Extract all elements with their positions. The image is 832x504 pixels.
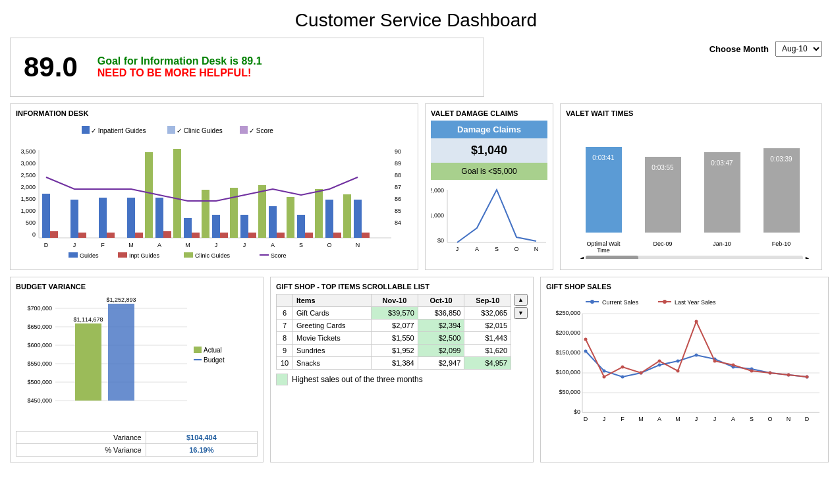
damage-header: Damage Claims bbox=[431, 121, 547, 138]
svg-text:$1,114,678: $1,114,678 bbox=[73, 316, 103, 323]
svg-text:N: N bbox=[787, 416, 791, 422]
svg-rect-39 bbox=[163, 231, 171, 238]
svg-text:M: M bbox=[638, 416, 644, 422]
svg-point-166 bbox=[787, 374, 790, 377]
svg-point-158 bbox=[640, 372, 643, 375]
row-nov: $39,570 bbox=[372, 307, 418, 320]
warning-text: NEED TO BE MORE HELPFUL! bbox=[97, 67, 470, 79]
svg-text:$450,000: $450,000 bbox=[27, 397, 52, 404]
scroll-up-btn[interactable]: ▲ bbox=[514, 294, 528, 306]
svg-rect-67 bbox=[69, 252, 78, 258]
row-num: 7 bbox=[277, 320, 293, 332]
svg-text:M: M bbox=[675, 416, 680, 422]
svg-rect-54 bbox=[343, 194, 351, 238]
row-item: Movie Tickets bbox=[293, 332, 372, 345]
svg-text:$250,000: $250,000 bbox=[555, 310, 580, 316]
row-sep: $4,957 bbox=[464, 357, 511, 370]
row-item: Gift Cards bbox=[293, 307, 372, 320]
svg-rect-24 bbox=[70, 200, 78, 238]
svg-text:84: 84 bbox=[395, 219, 401, 226]
svg-text:J: J bbox=[695, 416, 698, 422]
scroll-down-btn[interactable]: ▼ bbox=[514, 307, 528, 319]
svg-text:►: ► bbox=[804, 255, 810, 259]
svg-text:85: 85 bbox=[395, 208, 401, 214]
svg-point-126 bbox=[663, 300, 667, 304]
svg-text:$500,000: $500,000 bbox=[27, 379, 52, 385]
row-num: 6 bbox=[277, 307, 293, 320]
svg-rect-45 bbox=[333, 233, 341, 238]
svg-text:90: 90 bbox=[395, 148, 401, 155]
svg-text:$1,252,893: $1,252,893 bbox=[106, 296, 136, 303]
svg-text:0:03:41: 0:03:41 bbox=[592, 154, 615, 161]
svg-rect-116 bbox=[75, 323, 101, 401]
gift-shop-sales-panel: GIFT SHOP SALES Current Sales Last Year … bbox=[540, 277, 829, 462]
legend-text: Highest sales out of the three months bbox=[292, 375, 423, 384]
svg-rect-4 bbox=[240, 126, 248, 134]
svg-point-162 bbox=[713, 360, 717, 363]
svg-rect-27 bbox=[155, 198, 163, 238]
svg-point-155 bbox=[584, 338, 588, 341]
svg-text:$550,000: $550,000 bbox=[27, 360, 52, 367]
table-row: 6 Gift Cards $39,570 $36,850 $32,065 bbox=[277, 307, 511, 320]
svg-text:88: 88 bbox=[395, 172, 401, 179]
svg-point-157 bbox=[621, 366, 624, 369]
svg-text:O: O bbox=[327, 242, 331, 248]
svg-text:$200,000: $200,000 bbox=[555, 329, 580, 336]
svg-rect-36 bbox=[78, 233, 86, 238]
svg-rect-49 bbox=[202, 190, 209, 238]
svg-rect-46 bbox=[362, 233, 370, 238]
svg-rect-48 bbox=[173, 149, 181, 238]
svg-text:S: S bbox=[750, 416, 754, 422]
svg-text:Optimal Wait: Optimal Wait bbox=[586, 240, 621, 247]
budget-title: BUDGET VARIANCE bbox=[16, 283, 258, 291]
svg-text:A: A bbox=[157, 242, 161, 248]
svg-rect-71 bbox=[184, 252, 193, 258]
month-select[interactable]: Aug-10 Sep-10 Oct-10 bbox=[775, 41, 822, 57]
svg-rect-29 bbox=[212, 215, 220, 238]
info-desk-title: INFORMATION DESK bbox=[16, 109, 412, 117]
svg-point-146 bbox=[658, 364, 661, 367]
svg-text:D: D bbox=[805, 416, 810, 422]
gift-shop-sales-title: GIFT SHOP SALES bbox=[546, 283, 823, 291]
damage-value: $1,040 bbox=[431, 138, 547, 163]
svg-text:500: 500 bbox=[26, 219, 36, 226]
svg-text:1,500: 1,500 bbox=[20, 196, 36, 202]
goal-text: Goal for Information Desk is 89.1 bbox=[97, 55, 470, 67]
svg-text:$600,000: $600,000 bbox=[27, 342, 52, 349]
svg-text:Score: Score bbox=[271, 252, 287, 259]
svg-point-163 bbox=[732, 364, 735, 367]
svg-text:Time: Time bbox=[597, 247, 610, 254]
svg-text:O: O bbox=[767, 416, 772, 422]
svg-text:J: J bbox=[215, 242, 218, 248]
table-row: 7 Greeting Cards $2,077 $2,394 $2,015 bbox=[277, 320, 511, 332]
svg-text:M: M bbox=[128, 242, 134, 248]
svg-text:3,000: 3,000 bbox=[20, 160, 36, 167]
svg-point-148 bbox=[695, 354, 698, 357]
table-row: 8 Movie Tickets $1,550 $2,500 $1,443 bbox=[277, 332, 511, 345]
svg-text:M: M bbox=[185, 242, 190, 248]
col-oct: Oct-10 bbox=[418, 294, 464, 307]
svg-text:J: J bbox=[243, 242, 246, 248]
row-oct: $2,394 bbox=[418, 320, 464, 332]
svg-text:Budget: Budget bbox=[204, 356, 225, 364]
row-item: Sundries bbox=[293, 345, 372, 357]
row-sep: $1,443 bbox=[464, 332, 511, 345]
svg-text:✓ Score: ✓ Score bbox=[249, 127, 273, 134]
damage-goal: Goal is <$5,000 bbox=[431, 163, 547, 180]
svg-text:J: J bbox=[456, 246, 459, 252]
svg-text:Last Year Sales: Last Year Sales bbox=[675, 299, 716, 306]
legend-green-box bbox=[276, 374, 288, 385]
row-nov: $1,952 bbox=[372, 345, 418, 357]
svg-rect-33 bbox=[325, 200, 333, 238]
row-nov: $1,550 bbox=[372, 332, 418, 345]
row-nov: $1,384 bbox=[372, 357, 418, 370]
svg-text:87: 87 bbox=[395, 184, 401, 190]
svg-text:A: A bbox=[731, 416, 735, 422]
svg-text:3,500: 3,500 bbox=[20, 148, 36, 155]
gift-shop-list-title: GIFT SHOP - TOP ITEMS SCROLLABLE LIST bbox=[276, 283, 528, 291]
svg-text:0: 0 bbox=[32, 231, 36, 238]
svg-rect-35 bbox=[50, 231, 58, 238]
svg-text:S: S bbox=[495, 246, 499, 252]
variance-label: Variance bbox=[16, 432, 146, 444]
score-box: 89.0 Goal for Information Desk is 89.1 N… bbox=[10, 38, 484, 97]
